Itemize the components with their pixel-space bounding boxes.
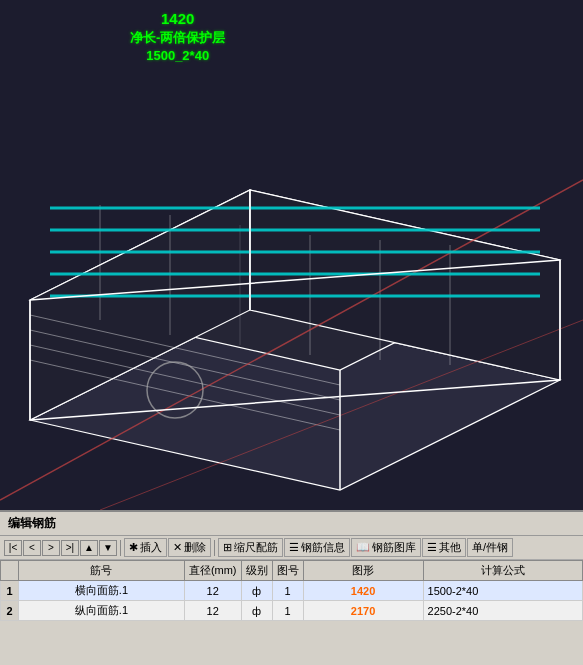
diameter-1[interactable]: 12 bbox=[184, 581, 241, 601]
insert-button[interactable]: ✱ 插入 bbox=[124, 538, 167, 557]
nav-next-button[interactable]: > bbox=[42, 540, 60, 556]
nav-last-button[interactable]: >| bbox=[61, 540, 79, 556]
fignum-2[interactable]: 1 bbox=[272, 601, 303, 621]
move-up-button[interactable]: ▲ bbox=[80, 540, 98, 556]
info-icon: ☰ bbox=[289, 541, 299, 554]
rebar-table: 筋号 直径(mm) 级别 图号 图形 计算公式 1 横向面筋.1 12 ф 1 … bbox=[0, 560, 583, 621]
panel-title: 编辑钢筋 bbox=[0, 512, 583, 536]
move-down-button[interactable]: ▼ bbox=[99, 540, 117, 556]
rebar-name-2[interactable]: 纵向面筋.1 bbox=[19, 601, 185, 621]
rebar-lib-button[interactable]: 📖 钢筋图库 bbox=[351, 538, 421, 557]
delete-button[interactable]: ✕ 删除 bbox=[168, 538, 211, 557]
col-diameter: 直径(mm) bbox=[184, 561, 241, 581]
grade-2: ф bbox=[241, 601, 272, 621]
3d-viewport: 1420 净长-两倍保护层 1500_2*40 bbox=[0, 0, 583, 510]
fignum-1[interactable]: 1 bbox=[272, 581, 303, 601]
delete-icon: ✕ bbox=[173, 541, 182, 554]
shape-1: 1420 bbox=[303, 581, 423, 601]
sep1 bbox=[120, 540, 121, 556]
insert-icon: ✱ bbox=[129, 541, 138, 554]
table-row[interactable]: 1 横向面筋.1 12 ф 1 1420 1500-2*40 bbox=[1, 581, 583, 601]
sep2 bbox=[214, 540, 215, 556]
grade-1: ф bbox=[241, 581, 272, 601]
rebar-name-1[interactable]: 横向面筋.1 bbox=[19, 581, 185, 601]
col-rownum bbox=[1, 561, 19, 581]
scale-button[interactable]: ⊞ 缩尺配筋 bbox=[218, 538, 283, 557]
other-button[interactable]: ☰ 其他 bbox=[422, 538, 466, 557]
diameter-2[interactable]: 12 bbox=[184, 601, 241, 621]
toolbar-row: |< < > >| ▲ ▼ ✱ 插入 ✕ 删除 ⊞ 缩尺配筋 ☰ 钢筋信息 📖 … bbox=[0, 536, 583, 560]
col-fignum: 图号 bbox=[272, 561, 303, 581]
formula-2: 2250-2*40 bbox=[423, 601, 582, 621]
rebar-info-button[interactable]: ☰ 钢筋信息 bbox=[284, 538, 350, 557]
col-formula: 计算公式 bbox=[423, 561, 582, 581]
col-grade: 级别 bbox=[241, 561, 272, 581]
col-name: 筋号 bbox=[19, 561, 185, 581]
annotation-overlay: 1420 净长-两倍保护层 1500_2*40 bbox=[130, 8, 225, 65]
table-row[interactable]: 2 纵向面筋.1 12 ф 1 2170 2250-2*40 bbox=[1, 601, 583, 621]
shape-value-2: 2170 bbox=[351, 605, 375, 617]
scale-icon: ⊞ bbox=[223, 541, 232, 554]
other-icon: ☰ bbox=[427, 541, 437, 554]
rebar-table-container: 筋号 直径(mm) 级别 图号 图形 计算公式 1 横向面筋.1 12 ф 1 … bbox=[0, 560, 583, 665]
edit-rebar-panel: 编辑钢筋 |< < > >| ▲ ▼ ✱ 插入 ✕ 删除 ⊞ 缩尺配筋 ☰ 钢筋… bbox=[0, 510, 583, 665]
col-shape: 图形 bbox=[303, 561, 423, 581]
row-num-1: 1 bbox=[1, 581, 19, 601]
lib-icon: 📖 bbox=[356, 541, 370, 554]
nav-first-button[interactable]: |< bbox=[4, 540, 22, 556]
row-num-2: 2 bbox=[1, 601, 19, 621]
single-piece-button[interactable]: 单/件钢 bbox=[467, 538, 513, 557]
shape-value-1: 1420 bbox=[351, 585, 375, 597]
nav-prev-button[interactable]: < bbox=[23, 540, 41, 556]
formula-1: 1500-2*40 bbox=[423, 581, 582, 601]
shape-2: 2170 bbox=[303, 601, 423, 621]
